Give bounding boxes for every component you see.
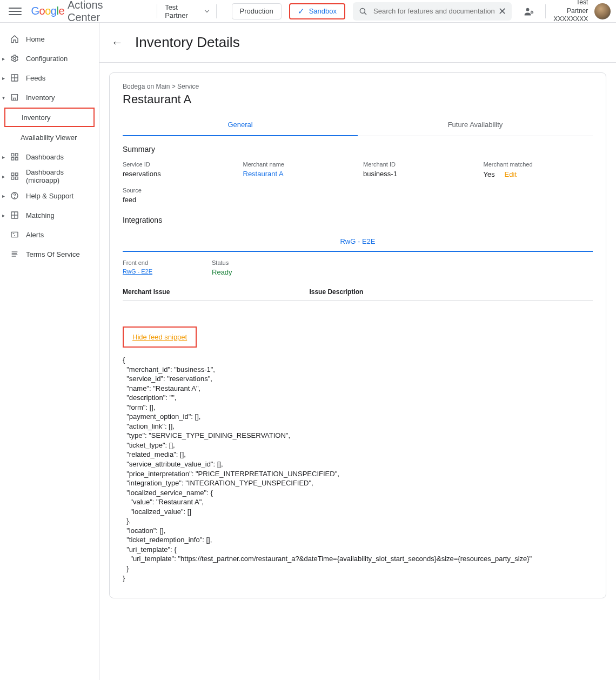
sidebar-subitem-availability-viewer[interactable]: Availability Viewer bbox=[0, 128, 99, 147]
svg-rect-10 bbox=[11, 157, 14, 160]
feed-snippet-content: { "merchant_id": "business-1", "service_… bbox=[123, 355, 593, 583]
search-icon bbox=[358, 6, 368, 16]
search-input[interactable] bbox=[373, 7, 498, 15]
field-value: feed bbox=[123, 196, 232, 204]
env-production-label: Production bbox=[240, 7, 273, 15]
field-service-id: Service ID reservations bbox=[123, 161, 232, 178]
product-name: Actions Center bbox=[68, 0, 136, 24]
user-block[interactable]: Test Partner XXXXXXXX bbox=[553, 0, 611, 24]
svg-point-17 bbox=[15, 197, 15, 198]
feed-snippet-toggle[interactable]: Hide feed snippet bbox=[123, 326, 197, 348]
sidebar-item-label: Dashboards bbox=[26, 153, 64, 161]
gear-icon bbox=[10, 54, 19, 63]
sidebar-subitem-inventory[interactable]: Inventory bbox=[4, 108, 95, 127]
field-value: reservations bbox=[123, 170, 232, 178]
avatar[interactable] bbox=[594, 3, 611, 19]
field-merchant-name: Merchant name Restaurant A bbox=[243, 161, 353, 178]
edit-link[interactable]: Edit bbox=[505, 170, 517, 178]
sidebar-item-configuration[interactable]: ▸Configuration bbox=[0, 49, 99, 68]
sidebar-item-label: Dashboards (microapp) bbox=[26, 168, 99, 184]
svg-rect-13 bbox=[15, 173, 18, 176]
summary-heading: Summary bbox=[123, 145, 593, 154]
sidebar-item-label: Configuration bbox=[26, 55, 68, 63]
sidebar: Home▸Configuration▸Feeds▾InventoryInvent… bbox=[0, 23, 99, 680]
field-label: Merchant matched bbox=[484, 161, 593, 168]
col-issue-description: Issue Description bbox=[309, 288, 363, 296]
sidebar-item-alerts[interactable]: Alerts bbox=[0, 225, 99, 244]
partner-dropdown[interactable]: Test Partner bbox=[165, 3, 208, 19]
env-sandbox-button[interactable]: ✓ Sandbox bbox=[289, 3, 345, 19]
sidebar-item-label: Terms Of Service bbox=[26, 250, 80, 258]
summary-grid: Service ID reservations Merchant name Re… bbox=[123, 161, 593, 204]
issues-header-row: Merchant Issue Issue Description bbox=[123, 288, 593, 301]
integrations-tab[interactable]: RwG - E2E bbox=[123, 232, 593, 252]
sidebar-item-label: Alerts bbox=[26, 231, 44, 239]
svg-point-0 bbox=[360, 8, 365, 13]
field-label: Status bbox=[212, 259, 232, 266]
env-production-button[interactable]: Production bbox=[232, 3, 282, 19]
col-merchant-issue: Merchant Issue bbox=[123, 288, 170, 296]
partner-dropdown-label: Test Partner bbox=[165, 3, 202, 19]
sidebar-item-label: Matching bbox=[26, 211, 55, 219]
user-name: Test Partner bbox=[553, 0, 588, 15]
sidebar-item-help-support[interactable]: ▸Help & Support bbox=[0, 186, 99, 205]
status-value: Ready bbox=[212, 268, 232, 276]
back-arrow-icon[interactable]: ← bbox=[111, 36, 123, 50]
divider bbox=[545, 4, 546, 18]
main-content: ← Inventory Details Bodega on Main > Ser… bbox=[99, 23, 616, 680]
field-source: Source feed bbox=[123, 187, 232, 204]
svg-line-1 bbox=[364, 12, 366, 15]
chevron-right-icon: ▸ bbox=[2, 193, 5, 199]
field-value: Yes bbox=[484, 170, 495, 178]
hamburger-menu-icon[interactable] bbox=[9, 5, 22, 18]
detail-tabs: General Future Availability bbox=[123, 115, 593, 136]
sidebar-item-label: Home bbox=[26, 35, 45, 43]
sidebar-item-dashboards[interactable]: ▸Dashboards bbox=[0, 147, 99, 166]
sidebar-item-inventory[interactable]: ▾Inventory bbox=[0, 88, 99, 107]
divider bbox=[216, 4, 217, 18]
divider bbox=[157, 4, 157, 18]
chevron-right-icon: ▸ bbox=[2, 212, 5, 218]
check-icon: ✓ bbox=[298, 6, 305, 16]
chevron-right-icon: ▸ bbox=[2, 174, 5, 179]
chevron-right-icon: ▸ bbox=[2, 56, 5, 62]
svg-rect-11 bbox=[15, 157, 18, 160]
help-icon bbox=[10, 191, 19, 200]
inventory-card: Bodega on Main > Service Restaurant A Ge… bbox=[109, 72, 606, 598]
env-sandbox-label: Sandbox bbox=[309, 7, 337, 15]
field-merchant-id: Merchant ID business-1 bbox=[363, 161, 473, 178]
field-front-end: Front end RwG - E2E bbox=[123, 259, 152, 276]
field-status: Status Ready bbox=[212, 259, 232, 276]
close-icon[interactable]: ✕ bbox=[498, 5, 506, 17]
field-label: Merchant name bbox=[243, 161, 353, 168]
sidebar-item-label: Inventory bbox=[26, 94, 55, 102]
alert-icon bbox=[10, 230, 19, 239]
person-settings-icon[interactable] bbox=[524, 6, 534, 17]
sidebar-item-home[interactable]: Home bbox=[0, 29, 99, 49]
page-title: Inventory Details bbox=[135, 34, 240, 51]
svg-rect-21 bbox=[11, 232, 18, 237]
sidebar-item-terms-of-service[interactable]: Terms Of Service bbox=[0, 244, 99, 264]
tab-future-availability[interactable]: Future Availability bbox=[358, 115, 593, 136]
merchant-name-link[interactable]: Restaurant A bbox=[243, 170, 353, 178]
field-value: business-1 bbox=[363, 170, 473, 178]
search-box[interactable]: ✕ bbox=[353, 2, 512, 21]
grid-icon bbox=[10, 211, 19, 219]
user-text: Test Partner XXXXXXXX bbox=[553, 0, 588, 24]
sidebar-item-feeds[interactable]: ▸Feeds bbox=[0, 68, 99, 88]
sidebar-item-matching[interactable]: ▸Matching bbox=[0, 205, 99, 225]
svg-rect-8 bbox=[11, 154, 14, 156]
svg-rect-12 bbox=[11, 173, 14, 176]
top-header: Google Actions Center Test Partner Produ… bbox=[0, 0, 616, 23]
svg-point-23 bbox=[15, 236, 15, 236]
sidebar-item-label: Feeds bbox=[26, 74, 45, 82]
svg-point-2 bbox=[526, 8, 530, 11]
sidebar-item-dashboards-microapp-[interactable]: ▸Dashboards (microapp) bbox=[0, 166, 99, 186]
front-end-link[interactable]: RwG - E2E bbox=[123, 268, 152, 275]
sidebar-item-label: Help & Support bbox=[26, 192, 73, 200]
field-merchant-matched: Merchant matched Yes Edit bbox=[484, 161, 593, 178]
logo[interactable]: Google Actions Center bbox=[31, 0, 137, 24]
tab-general[interactable]: General bbox=[123, 115, 358, 136]
tos-icon bbox=[10, 250, 19, 258]
google-logo: Google bbox=[31, 5, 65, 17]
